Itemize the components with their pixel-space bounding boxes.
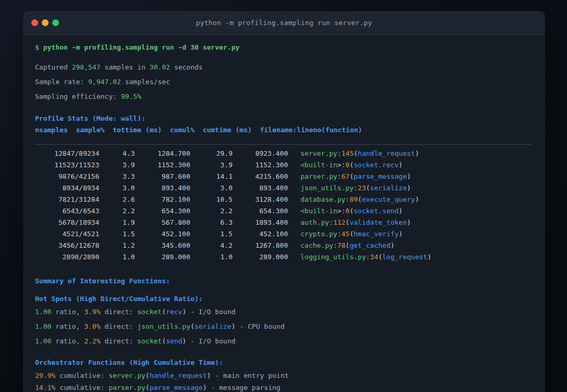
text-segment: samples/sec — [121, 78, 170, 86]
text-segment: 30.02 — [149, 63, 170, 71]
text-segment: 0 — [345, 207, 350, 215]
hotspot-line: 1.00 ratio, 2.2% direct: socket(send) - … — [35, 336, 532, 347]
hotspot-line: 1.00 ratio, 3.9% direct: socket(recv) - … — [35, 307, 532, 317]
text-segment: ( — [354, 149, 358, 157]
text-segment: ( — [162, 337, 166, 345]
cell-nsamples: 7821/31284 — [35, 194, 99, 205]
cell-sample: 1.2 — [99, 240, 135, 251]
text-segment: database.py — [300, 195, 345, 203]
cell-cumtime: 654.300 — [233, 205, 288, 217]
hotspots-title: Hot Spots (High Direct/Cumulative Ratio)… — [35, 294, 532, 304]
cell-nsamples: 8934/8934 — [35, 182, 99, 194]
text-segment: json_utils.py — [300, 184, 354, 192]
cell-nsamples: 4521/4521 — [35, 228, 99, 240]
text-segment: direct: — [100, 337, 137, 345]
cell-cumtime: 1267.800 — [233, 240, 288, 251]
text-segment: Captured — [35, 63, 72, 71]
text-segment: parse_message — [354, 172, 407, 180]
profile-table-row: 9876/421563.3987.60014.14215.600parser.p… — [35, 171, 532, 182]
terminal-window: python -m profiling.sampling run server.… — [23, 11, 545, 392]
text-segment: handle_request — [149, 372, 207, 379]
text-segment: ( — [145, 372, 149, 379]
text-segment: ) — [407, 184, 411, 192]
cell-tottime: 452.100 — [135, 228, 190, 240]
cell-cumtime: 1152.300 — [233, 159, 288, 171]
text-segment: ) — [182, 337, 187, 345]
text-segment: 3.0% — [84, 322, 100, 330]
text-segment: parser.py — [300, 172, 337, 180]
text-segment: 0 — [345, 161, 350, 169]
cell-nsamples: 11523/11523 — [35, 159, 99, 171]
text-segment: ) — [203, 384, 207, 391]
captured-line: Captured 298,547 samples in 30.02 second… — [35, 62, 532, 73]
text-segment: 112 — [333, 218, 345, 226]
profile-table: 12847/892344.31284.70029.98923.400server… — [35, 148, 532, 263]
efficiency-line: Sampling efficiency: 99.5% — [35, 91, 532, 102]
text-segment: ( — [145, 384, 149, 391]
cell-cumul: 2.2 — [190, 205, 233, 217]
text-segment: 1.00 — [35, 337, 51, 345]
text-segment: cache.py — [300, 241, 333, 249]
cell-tottime: 1152.300 — [135, 159, 190, 171]
text-segment: log_request — [383, 253, 427, 261]
text-segment: ) — [399, 230, 403, 238]
hotspot-line: 1.00 ratio, 3.0% direct: json_utils.py(s… — [35, 321, 532, 332]
text-segment: : — [345, 195, 350, 203]
text-segment: 34 — [370, 253, 378, 261]
cell-cumtime: 4215.600 — [233, 171, 288, 182]
cell-tottime: 654.300 — [135, 205, 190, 217]
cell-sample: 3.3 — [99, 171, 135, 182]
text-segment: validate_token — [350, 218, 407, 226]
text-segment: ratio, — [51, 322, 84, 330]
text-segment: crypto.py — [300, 230, 337, 238]
text-segment: direct: — [100, 308, 137, 316]
text-segment: 3.9% — [84, 308, 100, 316]
cell-cumul: 3.0 — [190, 182, 233, 194]
cell-tottime: 893.400 — [135, 182, 190, 194]
text-segment: socket.send — [354, 207, 399, 215]
cell-sample: 1.0 — [99, 251, 135, 263]
cell-cumtime: 8923.400 — [233, 148, 288, 159]
profile-table-row: 2890/28901.0289.0001.0289.000logging_uti… — [35, 251, 532, 263]
text-segment: ( — [162, 308, 166, 316]
profile-table-row: 4521/45211.5452.1001.5452.100crypto.py:4… — [35, 228, 532, 240]
cell-cumtime: 3128.400 — [233, 194, 288, 205]
table-divider — [35, 144, 532, 145]
text-segment: server.py — [300, 149, 337, 157]
text-segment: 2.2% — [84, 337, 100, 345]
text-segment: get_cached — [350, 241, 390, 249]
cell-cumtime: 893.400 — [233, 182, 288, 194]
text-segment: ) — [427, 253, 432, 261]
cell-cumul: 10.5 — [190, 194, 233, 205]
cell-cumtime: 289.000 — [233, 251, 288, 263]
text-segment: : — [354, 184, 358, 192]
cell-tottime: 345.600 — [135, 240, 190, 251]
text-segment: ) — [415, 195, 419, 203]
cell-location: json_utils.py:23(serialize) — [300, 182, 411, 194]
text-segment: - I/O bound — [187, 337, 236, 345]
cell-cumul: 14.1 — [190, 171, 233, 182]
orchestrator-line: 14.1% cumulative: parser.py(parse_messag… — [35, 383, 532, 392]
text-segment: ( — [345, 218, 350, 226]
text-segment: send — [166, 337, 182, 345]
text-segment: 78 — [337, 241, 345, 249]
text-segment: 89 — [350, 195, 358, 203]
text-segment: server.py — [109, 372, 145, 379]
text-segment: ) — [182, 308, 187, 316]
text-segment: ratio, — [51, 337, 84, 345]
cell-location: logging_utils.py:34(log_request) — [300, 251, 431, 263]
cell-sample: 2.2 — [99, 205, 135, 217]
text-segment: ) — [399, 161, 403, 169]
text-segment: samples in — [100, 63, 149, 71]
cell-location: crypto.py:45(hmac_verify) — [300, 228, 403, 240]
text-segment: auth.py — [300, 218, 329, 226]
text-segment: 99.5% — [121, 93, 141, 100]
text-segment: json_utils.py — [137, 322, 191, 330]
text-segment: ) — [407, 218, 411, 226]
cell-tottime: 1284.700 — [135, 148, 190, 159]
text-segment: serialize — [194, 322, 231, 330]
cell-location: <built-in>:0(socket.recv) — [300, 159, 403, 171]
text-segment: handle_request — [358, 149, 415, 157]
cell-location: database.py:89(execute_query) — [300, 194, 419, 205]
orchestrator-line: 29.9% cumulative: server.py(handle_reque… — [35, 371, 532, 381]
